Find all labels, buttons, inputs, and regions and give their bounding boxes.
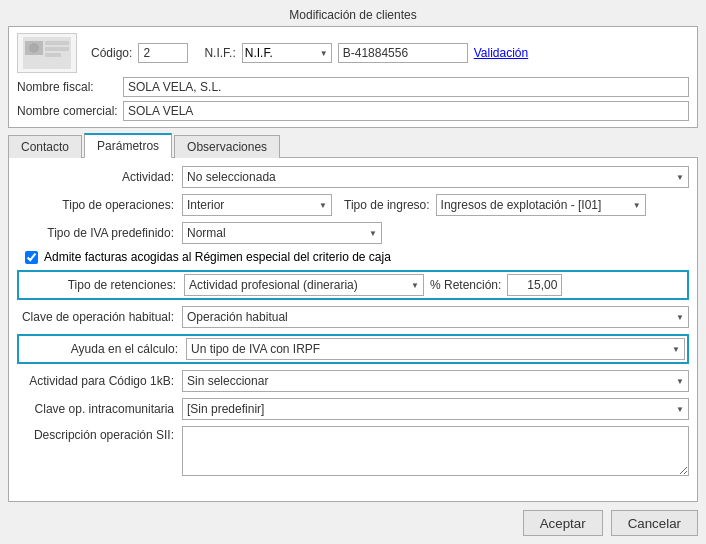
descripcion-sii-container (182, 426, 689, 479)
tipo-operaciones-control: Interior Tipo de ingreso: Ingresos de ex… (182, 194, 689, 216)
main-window: Modificación de clientes Código: 2 N.I.F… (0, 0, 706, 544)
tipo-operaciones-select[interactable]: Interior (182, 194, 332, 216)
admite-facturas-label: Admite facturas acogidas al Régimen espe… (44, 250, 391, 264)
tabs-area: Contacto Parámetros Observaciones (8, 132, 698, 157)
svg-rect-4 (45, 53, 61, 57)
logo-area (17, 33, 77, 73)
bottom-buttons: Aceptar Cancelar (0, 510, 706, 544)
nombre-fiscal-input[interactable]: SOLA VELA, S.L. (123, 77, 689, 97)
cancelar-button[interactable]: Cancelar (611, 510, 698, 536)
ayuda-calculo-row: Ayuda en el cálculo: Un tipo de IVA con … (17, 334, 689, 364)
nombre-comercial-input[interactable]: SOLA VELA (123, 101, 689, 121)
descripcion-sii-label: Descripción operación SII: (17, 426, 182, 442)
ayuda-calculo-label: Ayuda en el cálculo: (21, 342, 186, 356)
clave-intracomunitaria-control: [Sin predefinir] (182, 398, 689, 420)
clave-intracomunitaria-row: Clave op. intracomunitaria [Sin predefin… (17, 398, 689, 420)
nombre-fiscal-label: Nombre fiscal: (17, 80, 117, 94)
nif-select[interactable]: N.I.F. (242, 43, 332, 63)
tipo-retenciones-row: Tipo de retenciones: Actividad profesion… (17, 270, 689, 300)
actividad-codigo-row: Actividad para Código 1kB: Sin seleccion… (17, 370, 689, 392)
svg-rect-3 (45, 47, 69, 51)
svg-rect-2 (45, 41, 69, 45)
ayuda-calculo-select[interactable]: Un tipo de IVA con IRPF (186, 338, 685, 360)
tipo-iva-select[interactable]: Normal (182, 222, 382, 244)
admite-facturas-row: Admite facturas acogidas al Régimen espe… (17, 250, 689, 264)
tipo-iva-label: Tipo de IVA predefinido: (17, 226, 182, 240)
nif-id-input[interactable]: B-41884556 (338, 43, 468, 63)
validacion-link[interactable]: Validación (474, 46, 528, 60)
nif-label: N.I.F.: (204, 46, 235, 60)
tipo-ingreso-label: Tipo de ingreso: (344, 198, 430, 212)
svg-point-5 (29, 43, 39, 53)
tipo-ingreso-select[interactable]: Ingresos de explotación - [I01] (436, 194, 646, 216)
tipo-operaciones-label: Tipo de operaciones: (17, 198, 182, 212)
clave-operacion-label: Clave de operación habitual: (17, 310, 182, 324)
clave-intracomunitaria-select[interactable]: [Sin predefinir] (182, 398, 689, 420)
actividad-label: Actividad: (17, 170, 182, 184)
nombre-comercial-label: Nombre comercial: (17, 104, 117, 118)
tab-observaciones[interactable]: Observaciones (174, 135, 280, 158)
clave-operacion-control: Operación habitual (182, 306, 689, 328)
codigo-label: Código: (91, 46, 132, 60)
tab-parametros[interactable]: Parámetros (84, 133, 172, 158)
aceptar-button[interactable]: Aceptar (523, 510, 603, 536)
porcentaje-retencion-label: % Retención: (430, 278, 501, 292)
content-panel: Actividad: No seleccionada Tipo de opera… (8, 157, 698, 502)
tipo-retenciones-select[interactable]: Actividad profesional (dineraria) (184, 274, 424, 296)
window-title: Modificación de clientes (289, 8, 416, 22)
actividad-select[interactable]: No seleccionada (182, 166, 689, 188)
header-area: Código: 2 N.I.F.: N.I.F. B-41884556 Vali… (8, 26, 698, 128)
porcentaje-retencion-input[interactable]: 15,00 (507, 274, 562, 296)
actividad-codigo-label: Actividad para Código 1kB: (17, 374, 182, 388)
tipo-retenciones-label: Tipo de retenciones: (21, 278, 184, 292)
title-bar: Modificación de clientes (0, 0, 706, 26)
actividad-codigo-control: Sin seleccionar (182, 370, 689, 392)
tipo-iva-row: Tipo de IVA predefinido: Normal (17, 222, 689, 244)
tipo-iva-control: Normal (182, 222, 689, 244)
descripcion-sii-textarea[interactable] (182, 426, 689, 476)
clave-intracomunitaria-label: Clave op. intracomunitaria (17, 402, 182, 416)
clave-operacion-row: Clave de operación habitual: Operación h… (17, 306, 689, 328)
tipo-operaciones-row: Tipo de operaciones: Interior Tipo de in… (17, 194, 689, 216)
admite-facturas-checkbox[interactable] (25, 251, 38, 264)
actividad-row: Actividad: No seleccionada (17, 166, 689, 188)
actividad-control: No seleccionada (182, 166, 689, 188)
clave-operacion-select[interactable]: Operación habitual (182, 306, 689, 328)
actividad-codigo-select[interactable]: Sin seleccionar (182, 370, 689, 392)
tab-contacto[interactable]: Contacto (8, 135, 82, 158)
codigo-input[interactable]: 2 (138, 43, 188, 63)
descripcion-sii-row: Descripción operación SII: (17, 426, 689, 479)
